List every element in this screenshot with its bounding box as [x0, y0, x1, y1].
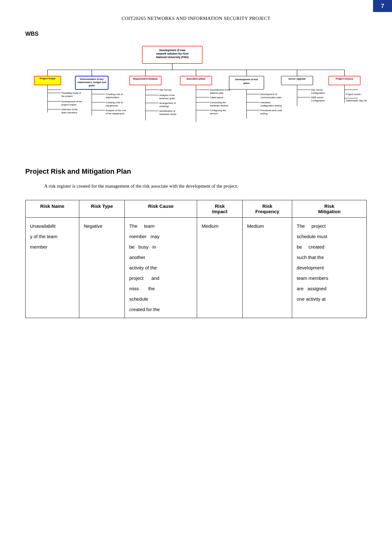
- wbs-diagram: Development of new network solution for …: [25, 43, 367, 152]
- svg-text:goals: goals: [89, 84, 95, 87]
- svg-text:business goals: business goals: [160, 97, 175, 100]
- risk-frequency-cell: Medium: [243, 218, 292, 318]
- svg-text:Feasibility study of: Feasibility study of: [62, 92, 81, 94]
- svg-text:hardware needs: hardware needs: [160, 113, 177, 116]
- svg-text:Development of test: Development of test: [235, 78, 258, 81]
- svg-text:stakeholders, budget and: stakeholders, budget and: [77, 81, 106, 84]
- risk-impact-cell: Medium: [197, 218, 243, 318]
- risk-cause-cell: The team member may be busy in another a…: [125, 218, 197, 318]
- svg-text:Connecting the: Connecting the: [210, 101, 226, 104]
- svg-text:Creating a list of: Creating a list of: [106, 93, 123, 96]
- svg-text:Identification of: Identification of: [160, 110, 176, 112]
- col-header-risk-mitigation: RiskMitigation: [292, 200, 367, 218]
- svg-text:Execution phase: Execution phase: [187, 77, 206, 80]
- svg-text:configuration testing: configuration testing: [261, 104, 282, 107]
- svg-text:Analysis of the: Analysis of the: [160, 94, 175, 97]
- risk-table: Risk Name Risk Type Risk Cause RiskImpac…: [25, 200, 367, 318]
- svg-text:Development of the: Development of the: [210, 88, 231, 91]
- col-header-risk-impact: RiskImpact: [197, 200, 243, 218]
- svg-text:Configuration: Configuration: [311, 92, 325, 94]
- svg-text:Functional and Load: Functional and Load: [261, 109, 282, 112]
- svg-text:hardware devices: hardware devices: [210, 104, 229, 107]
- col-header-risk-frequency: RiskFrequency: [243, 200, 292, 218]
- document-page: 7 COIT20265 NETWORKS AND INFORMATION SEC…: [0, 0, 392, 554]
- svg-text:plans: plans: [244, 82, 250, 85]
- svg-text:Server upgrade: Server upgrade: [288, 77, 306, 80]
- svg-text:Development of the: Development of the: [62, 100, 82, 103]
- svg-text:Configuration: Configuration: [311, 99, 325, 102]
- svg-text:Development of: Development of: [261, 93, 277, 96]
- svg-text:Project review: Project review: [346, 93, 361, 96]
- document-header: COIT20265 NETWORKS AND INFORMATION SECUR…: [25, 16, 367, 21]
- svg-text:address plan: address plan: [210, 92, 224, 94]
- svg-text:Analysis of the cost: Analysis of the cost: [106, 109, 127, 112]
- svg-text:Project Scope: Project Scope: [39, 77, 55, 80]
- svg-text:National University (FNU): National University (FNU): [156, 56, 189, 59]
- svg-text:project charter: project charter: [62, 103, 77, 106]
- risk-type-cell: Negative: [79, 218, 125, 318]
- svg-text:Selection of the: Selection of the: [62, 108, 78, 111]
- page-number-badge: 7: [373, 0, 392, 12]
- svg-text:team members: team members: [62, 111, 77, 114]
- svg-text:devices: devices: [210, 112, 218, 115]
- svg-text:communication plan: communication plan: [261, 96, 282, 99]
- svg-text:Site Survey: Site Survey: [160, 88, 172, 91]
- col-header-risk-type: Risk Type: [79, 200, 125, 218]
- wbs-section-title: WBS: [25, 31, 367, 37]
- wbs-svg: Development of new network solution for …: [25, 43, 367, 150]
- svg-text:the project: the project: [62, 95, 73, 98]
- risk-name-cell: Unavailability of the teammember: [26, 218, 79, 318]
- svg-text:Arrangement of: Arrangement of: [160, 102, 176, 105]
- table-row: Unavailability of the teammember Negativ…: [26, 218, 367, 318]
- page-number: 7: [381, 3, 384, 9]
- svg-text:Creating a list of: Creating a list of: [106, 101, 123, 104]
- col-header-risk-name: Risk Name: [26, 200, 79, 218]
- risk-section: Project Risk and Mitigation Plan A risk …: [25, 167, 367, 318]
- table-header-row: Risk Name Risk Type Risk Cause RiskImpac…: [26, 200, 367, 218]
- svg-text:SQL server: SQL server: [311, 88, 323, 91]
- svg-text:testing: testing: [261, 112, 268, 115]
- svg-text:of the equipments: of the equipments: [106, 112, 125, 115]
- svg-text:Stakeholder sign off: Stakeholder sign off: [346, 99, 367, 102]
- svg-text:Cable layout: Cable layout: [210, 96, 224, 99]
- svg-text:stakeholders: stakeholders: [106, 96, 119, 99]
- risk-section-title: Project Risk and Mitigation Plan: [25, 167, 367, 176]
- risk-mitigation-cell: The project schedule must be created suc…: [292, 218, 367, 318]
- svg-text:meetings: meetings: [160, 105, 169, 108]
- svg-text:equipments: equipments: [106, 104, 118, 107]
- svg-text:Requirement Analysis: Requirement Analysis: [133, 77, 158, 80]
- svg-text:Configuring the: Configuring the: [210, 109, 226, 112]
- col-header-risk-cause: Risk Cause: [125, 200, 197, 218]
- svg-text:network solution for First: network solution for First: [156, 52, 189, 55]
- svg-text:Development of new: Development of new: [159, 49, 185, 52]
- svg-text:Project Closure: Project Closure: [336, 77, 353, 80]
- svg-text:Hardware: Hardware: [261, 101, 271, 104]
- svg-text:Determination of key: Determination of key: [80, 78, 104, 81]
- svg-text:WEB server: WEB server: [311, 96, 324, 99]
- risk-intro-text: A risk register is created for the manag…: [25, 182, 367, 190]
